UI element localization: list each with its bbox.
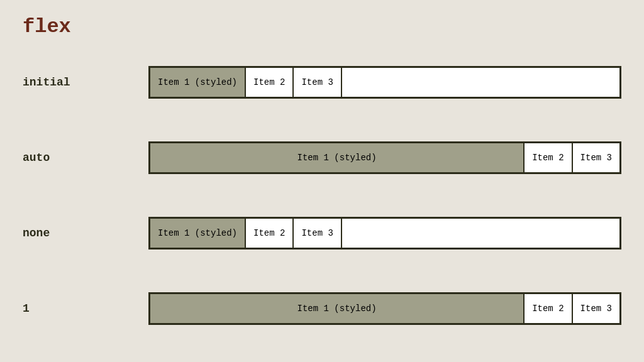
row-auto: auto Item 1 (styled) Item 2 Item 3 bbox=[23, 120, 621, 195]
flex-container-one: Item 1 (styled) Item 2 Item 3 bbox=[148, 292, 621, 325]
row-initial: initial Item 1 (styled) Item 2 Item 3 bbox=[23, 45, 621, 120]
flex-container-auto: Item 1 (styled) Item 2 Item 3 bbox=[148, 141, 621, 174]
item2-none: Item 2 bbox=[246, 219, 294, 248]
flex-container-none: Item 1 (styled) Item 2 Item 3 bbox=[148, 217, 621, 250]
item3-initial: Item 3 bbox=[294, 68, 341, 97]
item1-one: Item 1 (styled) bbox=[150, 294, 523, 323]
item2-auto: Item 2 bbox=[523, 143, 571, 172]
page-title: flex bbox=[0, 0, 644, 38]
flex-container-initial: Item 1 (styled) Item 2 Item 3 bbox=[148, 66, 621, 99]
label-initial: initial bbox=[23, 76, 148, 89]
main-content: initial Item 1 (styled) Item 2 Item 3 au… bbox=[0, 38, 644, 353]
item2-initial: Item 2 bbox=[246, 68, 294, 97]
spacer-initial bbox=[342, 68, 619, 97]
item3-one: Item 3 bbox=[572, 294, 619, 323]
label-none: none bbox=[23, 227, 148, 239]
item2-one: Item 2 bbox=[523, 294, 571, 323]
label-one: 1 bbox=[23, 302, 148, 315]
item3-auto: Item 3 bbox=[572, 143, 619, 172]
item3-none: Item 3 bbox=[294, 219, 341, 248]
item1-none: Item 1 (styled) bbox=[150, 219, 246, 248]
item1-auto: Item 1 (styled) bbox=[150, 143, 523, 172]
row-one: 1 Item 1 (styled) Item 2 Item 3 bbox=[23, 271, 621, 346]
item1-initial: Item 1 (styled) bbox=[150, 68, 246, 97]
label-auto: auto bbox=[23, 151, 148, 164]
row-none: none Item 1 (styled) Item 2 Item 3 bbox=[23, 195, 621, 271]
spacer-none bbox=[342, 219, 619, 248]
